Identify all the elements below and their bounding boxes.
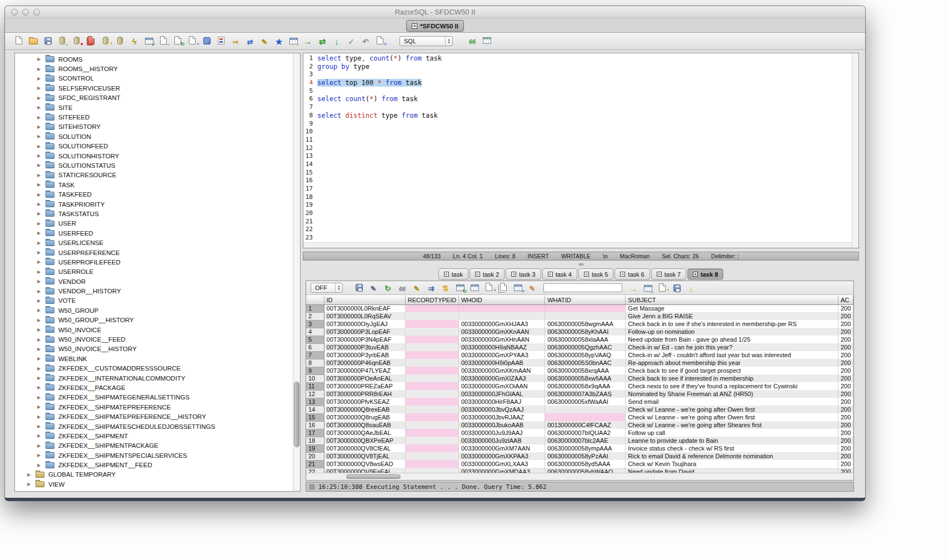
table-cell[interactable]: 0033000000GmXMDAA3 xyxy=(458,468,545,473)
table-cell[interactable]: 200 xyxy=(838,390,853,398)
tree-item[interactable]: ▶ZKFEDEX__SHIPMATEPREFERENCE__HISTORY xyxy=(15,412,293,421)
disclosure-triangle-icon[interactable]: ▶ xyxy=(37,173,43,178)
table-cell[interactable] xyxy=(405,421,458,429)
tree-vertical-scrollbar[interactable] xyxy=(293,53,300,491)
tree-item[interactable]: ▶SITEFEED xyxy=(15,112,293,122)
table-cell[interactable]: 006300000058yPzAAI xyxy=(545,452,626,460)
table-cell[interactable] xyxy=(405,304,458,312)
result-tab-task[interactable]: ×task xyxy=(438,268,468,280)
tree-item[interactable]: ▶W50_INVOICE xyxy=(15,325,293,334)
row-number-cell[interactable]: 7 xyxy=(306,351,324,359)
tree-item[interactable]: ▶TASKSTATUS xyxy=(15,209,293,218)
table-cell[interactable]: 00630000007blc2AAE xyxy=(545,437,626,444)
disclosure-triangle-icon[interactable]: ▶ xyxy=(37,192,43,197)
row-number-cell[interactable]: 17 xyxy=(306,429,324,437)
table-cell[interactable] xyxy=(405,312,458,320)
table-cell[interactable]: 0033000000JFhGlAAL xyxy=(458,390,545,398)
disclosure-triangle-icon[interactable]: ▶ xyxy=(27,482,33,487)
tree-item[interactable]: ▶ZKFEDEX__SHIPMENTPACKAGE xyxy=(15,441,293,451)
disclosure-triangle-icon[interactable]: ▶ xyxy=(37,279,43,284)
table-cell[interactable]: Rick to email David & reference Delmonte… xyxy=(626,452,838,460)
table-cell[interactable]: 200 xyxy=(838,382,853,390)
table-cell[interactable] xyxy=(405,452,458,460)
table-cell[interactable]: 00T3000000P3N4pEAF xyxy=(324,336,405,343)
disclosure-triangle-icon[interactable]: ▶ xyxy=(37,250,43,255)
export-results-icon[interactable]: → xyxy=(641,282,655,294)
table-cell[interactable] xyxy=(458,304,545,312)
table-cell[interactable]: 006300000058yd5AAA xyxy=(545,460,626,468)
table-cell[interactable]: 00T3000000Q8sauEAB xyxy=(324,421,405,429)
table-cell[interactable]: 00T3000000P3yrbEAB xyxy=(324,351,405,359)
tree-item[interactable]: ▶ROOMS xyxy=(15,54,293,64)
table-cell[interactable]: Check w/ Leanne - we're going after Shea… xyxy=(626,421,838,429)
row-number-cell[interactable]: 16 xyxy=(306,421,324,429)
table-cell[interactable]: Check w/ Leanne - we're going after Owen… xyxy=(626,413,838,421)
table-cell[interactable]: 0033000000GmXKmAAN xyxy=(458,367,545,374)
disclosure-triangle-icon[interactable]: ▶ xyxy=(37,115,43,120)
table-cell[interactable]: 0033000000GmXOiAAN xyxy=(458,382,545,390)
disclosure-triangle-icon[interactable]: ▶ xyxy=(37,347,43,352)
table-cell[interactable]: 00T3000000Q8rugEAB xyxy=(324,413,405,421)
table-cell[interactable]: 00T3000000P3LopEAF xyxy=(324,328,405,336)
table-cell[interactable]: 200 xyxy=(838,437,853,444)
table-cell[interactable]: 200 xyxy=(838,374,853,382)
table-cell[interactable]: 200 xyxy=(838,336,853,343)
table-cell[interactable] xyxy=(405,444,458,452)
tab-close-icon[interactable]: × xyxy=(511,272,516,277)
tree-item[interactable]: ▶ZKFEDEX__SHIPMATEPREFERENCE xyxy=(15,402,293,412)
table-cell[interactable] xyxy=(405,320,458,328)
table-cell[interactable]: 00T3000000L0RknEAF xyxy=(324,304,405,312)
table-cell[interactable]: 0033000000GmXKnAAN xyxy=(458,328,545,336)
table-cell[interactable] xyxy=(405,359,458,367)
table-cell[interactable] xyxy=(545,413,626,421)
table-cell[interactable] xyxy=(405,382,458,390)
tree-item[interactable]: ▶USERLICENSE xyxy=(15,238,293,247)
disclosure-triangle-icon[interactable]: ▶ xyxy=(37,356,43,361)
title-bar[interactable]: RazorSQL - SFDCW50 II xyxy=(5,6,865,18)
table-cell[interactable]: Send email xyxy=(626,398,838,406)
tree-view-icon[interactable]: ⇉ xyxy=(424,282,438,294)
table-cell[interactable]: 006300000058xlaAAA xyxy=(545,336,626,343)
table-cell[interactable]: 00T3000000L0RqSEAV xyxy=(324,312,405,320)
tab-close-icon[interactable]: × xyxy=(412,23,417,29)
table-cell[interactable]: 00630000007A3bZAAS xyxy=(545,390,626,398)
tree-item[interactable]: ▶VENDOR xyxy=(15,277,293,286)
table-cell[interactable]: Need update from David xyxy=(626,468,838,473)
disclosure-triangle-icon[interactable]: ▶ xyxy=(37,308,43,313)
tree-item[interactable]: ▶ZKFEDEX__SHIPMENT__FEED xyxy=(15,460,293,469)
table-cell[interactable] xyxy=(545,312,626,320)
table-cell[interactable] xyxy=(405,343,458,351)
show-sql-icon[interactable]: 66 xyxy=(395,283,409,295)
row-number-cell[interactable]: 5 xyxy=(306,336,324,343)
table-cell[interactable]: 0033000000Ju9J9AAJ xyxy=(458,429,545,437)
row-number-cell[interactable]: 19 xyxy=(306,444,324,452)
table-cell[interactable]: 00T3000000PREZaEAP xyxy=(324,382,405,390)
table-cell[interactable]: 00T3000000POeAnEAL xyxy=(324,374,405,382)
close-button[interactable] xyxy=(11,9,18,16)
zoom-button[interactable] xyxy=(33,9,40,16)
table-cell[interactable]: Invoice status check - check w/ RS first xyxy=(626,444,838,452)
disclosure-triangle-icon[interactable]: ▶ xyxy=(37,211,43,216)
table-cell[interactable]: 0033000000JbukoAAB xyxy=(458,421,545,429)
table-cell[interactable]: 0033000000GmXLXAA3 xyxy=(458,460,545,468)
sql-editor[interactable]: 1234567891011121314151617181920212223 se… xyxy=(303,53,859,248)
tree-item[interactable]: ▶STATICRESOURCE xyxy=(15,171,293,180)
table-cell[interactable] xyxy=(405,336,458,343)
table-cell[interactable]: 00630000005xfWaAAI xyxy=(545,398,626,406)
table-cell[interactable]: 00T3000000QV8wsEAD xyxy=(324,460,405,468)
tree-item[interactable]: ▶SOLUTIONSTATUS xyxy=(15,161,293,170)
row-number-cell[interactable]: 12 xyxy=(306,390,324,398)
go-search-icon[interactable]: → xyxy=(626,282,641,294)
disclosure-triangle-icon[interactable]: ▶ xyxy=(37,424,43,429)
row-number-cell[interactable]: 11 xyxy=(306,382,324,390)
tree-item[interactable]: ▶USERFEED xyxy=(15,228,293,238)
disclosure-triangle-icon[interactable]: ▶ xyxy=(37,241,43,246)
tree-item[interactable]: ▶WEBLINK xyxy=(15,354,293,363)
tree-item[interactable]: ▶ZKFEDEX__PACKAGE xyxy=(15,383,293,392)
table-cell[interactable]: Follow-up on nomination xyxy=(626,328,838,336)
tree-item[interactable]: ▶VIEW xyxy=(15,479,293,489)
disclosure-triangle-icon[interactable]: ▶ xyxy=(37,96,43,101)
tree-item[interactable]: ▶VENDOR__HISTORY xyxy=(15,286,293,296)
disclosure-triangle-icon[interactable]: ▶ xyxy=(37,269,43,274)
tree-item[interactable]: ▶USER xyxy=(15,219,293,228)
